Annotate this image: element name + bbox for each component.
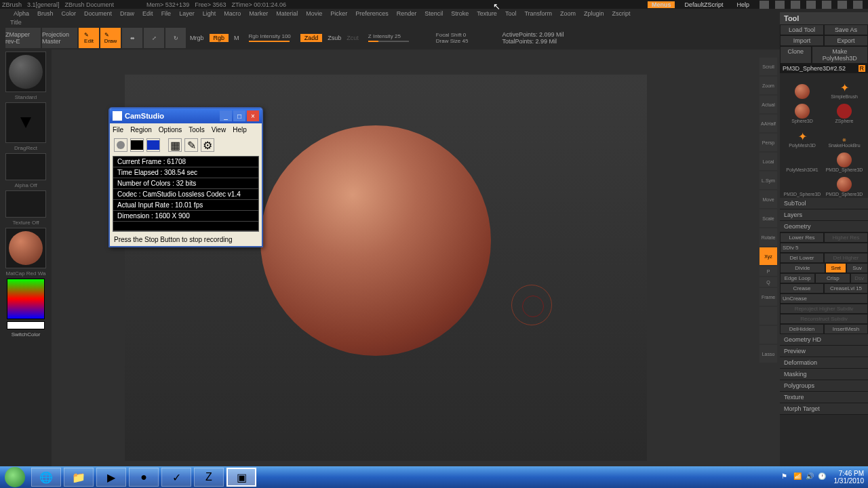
reproject-button[interactable]: Reproject Higher Subdiv xyxy=(780,304,868,314)
zcut-label[interactable]: Zcut xyxy=(347,35,359,41)
projection-master-button[interactable]: Projection Master xyxy=(42,28,77,48)
cs-stop-button[interactable] xyxy=(146,138,160,152)
unknown-1-button[interactable] xyxy=(760,307,777,325)
unknown-2-button[interactable] xyxy=(760,326,777,344)
menu-draw[interactable]: Draw xyxy=(120,10,134,17)
tray-flag-icon[interactable]: ⚑ xyxy=(781,472,791,482)
delhidden-button[interactable]: DelHidden xyxy=(780,324,824,334)
color-picker[interactable] xyxy=(7,279,45,319)
menu-brush[interactable]: Brush xyxy=(37,10,54,17)
cs-menu-view[interactable]: View xyxy=(212,126,226,134)
menu-tool[interactable]: Tool xyxy=(505,10,517,17)
morph-target-section[interactable]: Morph Target xyxy=(780,403,868,415)
zoom-button[interactable]: Zoom xyxy=(760,77,777,94)
insertmesh-button[interactable]: InsertMesh xyxy=(824,324,868,334)
actual-button[interactable]: Actual xyxy=(760,96,777,113)
cs-layout-button[interactable]: ▦ xyxy=(168,138,182,152)
switchcolor-label[interactable]: SwitchColor xyxy=(0,331,52,338)
deformation-section[interactable]: Deformation xyxy=(780,357,868,369)
menu-zoom[interactable]: Zoom xyxy=(560,10,576,17)
brush-thumb[interactable] xyxy=(5,52,46,92)
cs-menu-file[interactable]: File xyxy=(113,126,123,134)
z-intensity-label[interactable]: Z Intensity 25 xyxy=(368,33,409,39)
lasso-button[interactable]: Lasso xyxy=(760,345,777,363)
smt-button[interactable]: Smt xyxy=(825,263,847,273)
rotate-button[interactable]: ↻ xyxy=(165,28,186,48)
task-wmp[interactable]: ▶ xyxy=(96,468,126,487)
scale-nav-button[interactable]: Scale xyxy=(760,209,777,227)
menu-document[interactable]: Document xyxy=(84,10,112,17)
menu-stencil[interactable]: Stencil xyxy=(425,10,443,17)
creaselvl-slider[interactable]: CreaseLvl 15 xyxy=(824,283,868,293)
menu-material[interactable]: Material xyxy=(276,10,298,17)
task-camstudio[interactable]: ▣ xyxy=(226,468,256,487)
cs-menu-tools[interactable]: Tools xyxy=(189,126,204,134)
close-icon[interactable] xyxy=(853,1,863,9)
tool-polymesh3d-1[interactable]: PolyMesh3D#1 xyxy=(781,148,823,172)
menu-color[interactable]: Color xyxy=(62,10,77,17)
menu-alpha[interactable]: Alpha xyxy=(14,10,29,17)
rgb-label[interactable]: Rgb xyxy=(210,34,229,42)
alpha-thumb[interactable] xyxy=(5,153,46,180)
polygroups-section[interactable]: Polygroups xyxy=(780,380,868,392)
tray-clock-icon[interactable]: 🕐 xyxy=(818,472,827,482)
rgb-intensity-label[interactable]: Rgb Intensity 100 xyxy=(249,33,291,39)
layers-section[interactable]: Layers xyxy=(780,209,868,221)
del-lower-button[interactable]: Del Lower xyxy=(780,253,824,263)
divide-button[interactable]: Divide xyxy=(780,263,825,273)
task-app1[interactable]: ✓ xyxy=(161,468,191,487)
tool-pm3d-sphere-3[interactable]: PM3D_Sphere3D xyxy=(823,172,865,197)
import-button[interactable]: Import xyxy=(780,35,824,46)
move-nav-button[interactable]: Move xyxy=(760,190,777,208)
focal-shift-label[interactable]: Focal Shift 0 xyxy=(436,32,469,38)
xyz-button[interactable]: Xyz xyxy=(760,247,777,265)
menu-edit[interactable]: Edit xyxy=(142,10,153,17)
tool-zsphere[interactable]: ZSphere xyxy=(823,99,865,123)
save-as-button[interactable]: Save As xyxy=(824,24,868,35)
rgb-intensity-slider[interactable] xyxy=(249,41,290,42)
menu-marker[interactable]: Marker xyxy=(249,10,268,17)
zadd-label[interactable]: Zadd xyxy=(300,34,323,42)
geometry-hd-section[interactable]: Geometry HD xyxy=(780,334,868,346)
cs-menu-region[interactable]: Region xyxy=(130,126,152,134)
texture-section[interactable]: Texture xyxy=(780,392,868,403)
z-intensity-slider[interactable] xyxy=(368,41,409,42)
help-button[interactable]: Help xyxy=(732,1,753,8)
menu-preferences[interactable]: Preferences xyxy=(355,10,389,17)
move-button[interactable]: ⬌ xyxy=(122,28,142,48)
task-hp[interactable]: ● xyxy=(129,468,159,487)
make-polymesh-button[interactable]: Make PolyMesh3D xyxy=(812,46,868,64)
subtool-section[interactable]: SubTool xyxy=(780,198,868,209)
aahalf-button[interactable]: AAHalf xyxy=(760,115,777,132)
task-explorer[interactable]: 📁 xyxy=(64,468,94,487)
tray-network-icon[interactable]: 📶 xyxy=(793,472,803,482)
tool-sphere3d[interactable]: Sphere3D xyxy=(781,99,823,123)
texture-thumb[interactable] xyxy=(5,190,46,218)
dsv-button[interactable]: Dsv xyxy=(850,273,868,283)
tool-panel-title[interactable]: Tool xyxy=(780,12,868,24)
titlebar-icon-1[interactable] xyxy=(760,1,769,9)
camstudio-window[interactable]: CamStudio _ □ × File Region Options Tool… xyxy=(108,107,263,247)
load-tool-button[interactable]: Load Tool xyxy=(780,24,824,35)
scale-button[interactable]: ⤢ xyxy=(144,28,164,48)
titlebar-icon-4[interactable] xyxy=(806,1,816,9)
persp-button[interactable]: Persp xyxy=(760,134,777,151)
sdiv-slider[interactable]: SDiv 5 xyxy=(780,243,868,253)
tool-polymesh3d[interactable]: ✦PolyMesh3D xyxy=(781,123,823,148)
rotate-nav-button[interactable]: Rotate xyxy=(760,228,777,246)
tool-simplebrush[interactable]: ✦SimpleBrush xyxy=(823,75,865,99)
cs-swf-button[interactable]: ⚙ xyxy=(201,138,214,152)
menu-stroke[interactable]: Stroke xyxy=(451,10,469,17)
maximize-icon[interactable] xyxy=(837,1,847,9)
q-button[interactable]: Q xyxy=(760,277,777,287)
export-button[interactable]: Export xyxy=(824,35,868,46)
titlebar-icon-2[interactable] xyxy=(775,1,785,9)
del-higher-button[interactable]: Del Higher xyxy=(824,253,868,263)
m-label[interactable]: M xyxy=(234,35,239,41)
menu-macro[interactable]: Macro xyxy=(224,10,241,17)
cs-menu-help[interactable]: Help xyxy=(233,126,247,134)
menu-transform[interactable]: Transform xyxy=(524,10,552,17)
titlebar-icon-3[interactable] xyxy=(791,1,800,9)
menu-movie[interactable]: Movie xyxy=(306,10,322,17)
frame-button[interactable]: Frame xyxy=(760,288,777,306)
